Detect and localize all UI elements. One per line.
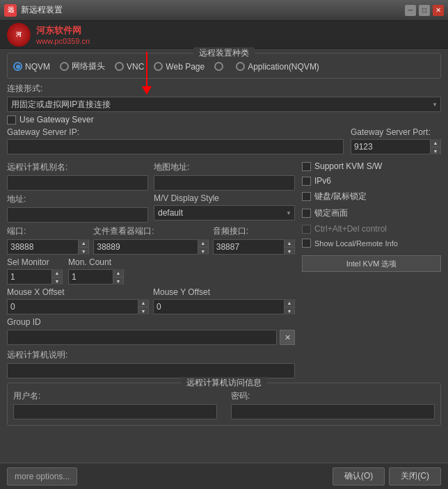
- mouse-x-up-btn[interactable]: ▲: [138, 299, 148, 307]
- right-column: Support KVM S/W IPv6 键盘/鼠标锁定 锁定画面 Ctrl+A…: [302, 161, 441, 378]
- sel-monitor-down-btn[interactable]: ▼: [52, 277, 62, 284]
- gateway-ip-input[interactable]: [7, 139, 344, 154]
- mouse-y-up-btn[interactable]: ▲: [285, 299, 294, 307]
- more-options-button[interactable]: more options...: [7, 467, 77, 486]
- password-label: 密码:: [231, 390, 435, 402]
- gateway-port-input[interactable]: [351, 142, 430, 152]
- radio-nqvm[interactable]: NQVM: [13, 62, 50, 72]
- show-info-checkbox[interactable]: Show Local/Remote Info: [302, 239, 441, 248]
- support-kvm-checkbox[interactable]: Support KVM S/W: [302, 161, 441, 171]
- mouse-y-group: Mouse Y Offset ▲ ▼: [153, 287, 295, 314]
- mon-count-up-btn[interactable]: ▲: [113, 269, 123, 277]
- audio-up-btn[interactable]: ▲: [285, 239, 294, 247]
- radio-app-nqvm-label: Application(NQVM): [248, 62, 319, 72]
- filebrowser-up-btn[interactable]: ▲: [198, 239, 208, 247]
- password-input[interactable]: [231, 404, 435, 419]
- remote-type-title: 远程装置种类: [193, 47, 255, 59]
- title-bar: 远 新远程装置 ─ □ ✕: [0, 0, 448, 21]
- audio-group: 音频接口: ▲ ▼: [213, 225, 295, 255]
- radio-webcam[interactable]: 网络摄头: [60, 61, 105, 72]
- lock-screen-checkbox[interactable]: 锁定画面: [302, 207, 441, 219]
- minimize-button[interactable]: ─: [405, 5, 416, 16]
- window-title: 新远程装置: [21, 4, 63, 16]
- mouse-y-spinner[interactable]: ▲ ▼: [153, 299, 295, 314]
- port-down-btn[interactable]: ▼: [79, 247, 88, 255]
- ipv6-checkbox[interactable]: IPv6: [302, 176, 441, 186]
- use-gateway-label: Use Gateway Sever: [19, 115, 94, 125]
- radio-app-nqvm[interactable]: Application(NQVM): [236, 62, 319, 72]
- mouse-x-down-btn[interactable]: ▼: [138, 307, 148, 314]
- gateway-section: Use Gateway Sever Gateway Server IP: Gat…: [7, 115, 441, 154]
- filebrowser-spinner[interactable]: ▲ ▼: [93, 239, 209, 255]
- sel-monitor-up-btn[interactable]: ▲: [52, 269, 62, 277]
- map-group: 地图地址:: [154, 161, 295, 191]
- show-info-checkbox-box: [302, 239, 311, 248]
- ipv6-label: IPv6: [314, 176, 331, 186]
- support-kvm-label: Support KVM S/W: [314, 161, 382, 171]
- mouse-x-label: Mouse X Offset: [7, 287, 149, 297]
- gateway-port-spinner[interactable]: ▲ ▼: [351, 139, 441, 154]
- group-id-row: ✕: [7, 330, 295, 345]
- intel-kvm-button[interactable]: Intel KVM 选项: [302, 255, 441, 272]
- gateway-port-down-btn[interactable]: ▼: [431, 147, 440, 154]
- mv-display-select[interactable]: default: [154, 205, 295, 221]
- mouse-x-input[interactable]: [8, 302, 138, 312]
- radio-nqvm-circle: [13, 62, 22, 71]
- radio-webcam-circle: [60, 62, 69, 71]
- ports-row: 端口: ▲ ▼ 文件查看器端口:: [7, 225, 295, 255]
- main-form-area: 远程计算机别名: 地图地址: 地址: M/V Display Style: [7, 161, 441, 378]
- description-input[interactable]: [7, 363, 295, 378]
- port-group: 端口: ▲ ▼: [7, 225, 89, 255]
- radio-webpage-circle: [154, 62, 163, 71]
- connection-select-wrapper[interactable]: 用固定或虚拟网IP直接连接: [7, 97, 441, 112]
- audio-spinner[interactable]: ▲ ▼: [213, 239, 295, 255]
- radio-app-nqvm-circle: [236, 62, 245, 71]
- sel-monitor-spinner[interactable]: ▲ ▼: [7, 269, 63, 284]
- radio-webpage[interactable]: Web Page: [154, 62, 205, 72]
- title-bar-left: 远 新远程装置: [4, 4, 63, 17]
- use-gateway-checkbox[interactable]: Use Gateway Sever: [7, 115, 441, 125]
- maximize-button[interactable]: □: [419, 5, 430, 16]
- mon-count-input[interactable]: [69, 272, 113, 282]
- watermark-site: 河东软件网: [36, 24, 90, 37]
- filebrowser-input[interactable]: [94, 242, 198, 252]
- filebrowser-down-btn[interactable]: ▼: [198, 247, 208, 255]
- mouse-y-input[interactable]: [154, 302, 284, 312]
- mouse-offset-row: Mouse X Offset ▲ ▼ Mouse Y Offset: [7, 287, 295, 314]
- alias-label: 远程计算机别名:: [7, 161, 148, 173]
- port-up-btn[interactable]: ▲: [79, 239, 88, 247]
- lock-screen-checkbox-box: [302, 209, 311, 218]
- radio-unknown[interactable]: [214, 62, 226, 71]
- confirm-button[interactable]: 确认(O): [333, 467, 385, 486]
- mouse-y-down-btn[interactable]: ▼: [285, 307, 294, 314]
- remote-control-label: Ctrl+Alt+Del control: [314, 224, 387, 234]
- mouse-x-spinner[interactable]: ▲ ▼: [7, 299, 149, 314]
- address-input[interactable]: [7, 207, 148, 223]
- close-dialog-button[interactable]: 关闭(C): [389, 467, 441, 486]
- audio-input[interactable]: [214, 242, 284, 252]
- radio-vnc[interactable]: VNC: [115, 62, 144, 72]
- port-spinner[interactable]: ▲ ▼: [7, 239, 89, 255]
- group-id-input[interactable]: [7, 330, 277, 345]
- mon-count-spinner[interactable]: ▲ ▼: [68, 269, 124, 284]
- keyboard-mouse-lock-checkbox[interactable]: 键盘/鼠标锁定: [302, 191, 441, 202]
- sel-monitor-group: Sel Monitor ▲ ▼: [7, 257, 63, 284]
- watermark-logo: 河: [7, 23, 31, 47]
- connection-select[interactable]: 用固定或虚拟网IP直接连接: [7, 97, 441, 112]
- close-button[interactable]: ✕: [433, 5, 444, 16]
- port-input[interactable]: [8, 242, 78, 252]
- alias-input[interactable]: [7, 175, 148, 191]
- sel-monitor-input[interactable]: [8, 272, 51, 282]
- mon-count-down-btn[interactable]: ▼: [113, 277, 123, 284]
- access-title: 远程计算机访问信息: [181, 377, 267, 389]
- alias-group: 远程计算机别名:: [7, 161, 148, 191]
- group-id-clear-btn[interactable]: ✕: [280, 330, 295, 345]
- ipv6-checkbox-box: [302, 177, 311, 186]
- audio-down-btn[interactable]: ▼: [285, 247, 294, 255]
- mv-display-select-wrapper[interactable]: default: [154, 205, 295, 221]
- gateway-port-up-btn[interactable]: ▲: [431, 139, 440, 147]
- username-input[interactable]: [13, 404, 217, 419]
- map-input[interactable]: [154, 175, 295, 191]
- gateway-port-spinner-buttons: ▲ ▼: [430, 139, 440, 154]
- sel-monitor-label: Sel Monitor: [7, 257, 63, 267]
